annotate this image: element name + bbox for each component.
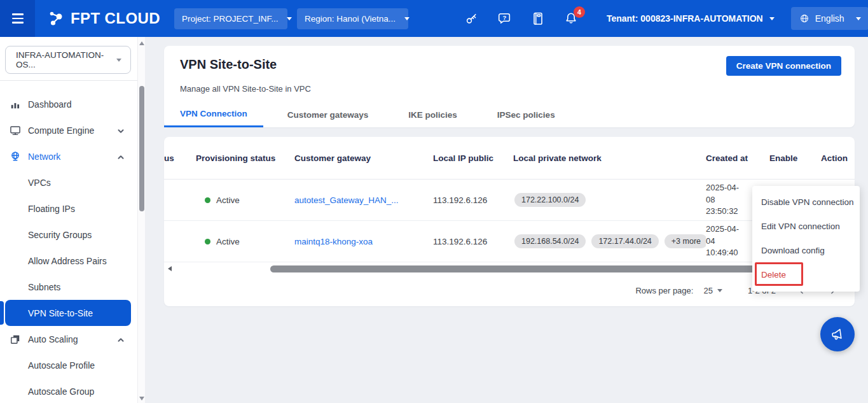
megaphone-icon	[828, 325, 846, 343]
table-body: Activeautotest_Gateway_HAN_...113.192.6.…	[164, 180, 855, 262]
sidebar-item-allow-address-pairs[interactable]: Allow Address Pairs	[5, 248, 131, 274]
project-selector[interactable]: Project: PROJECT_INF...	[174, 8, 287, 29]
tab-bar: VPN ConnectionCustomer gatewaysIKE polic…	[164, 102, 579, 127]
globe-icon	[799, 13, 810, 24]
scroll-up-icon[interactable]	[139, 41, 144, 45]
sidebar-item-network[interactable]: Network	[5, 143, 131, 169]
table-row: Activeautotest_Gateway_HAN_...113.192.6.…	[164, 180, 855, 221]
chevron-down-icon	[404, 17, 410, 20]
support-chat-icon[interactable]: ?	[497, 11, 513, 26]
sidebar: INFRA-AUTOMATION-OS... DashboardCompute …	[0, 37, 145, 403]
sidebar-item-vpcs[interactable]: VPCs	[5, 169, 131, 195]
local-private-network-cell: 192.168.54.0/24172.17.44.0/24+3 more	[513, 234, 706, 248]
chevron-down-icon	[769, 17, 775, 20]
menu-item-delete[interactable]: Delete	[752, 262, 860, 286]
provisioning-status-cell: Active	[196, 237, 294, 246]
provisioning-status-cell: Active	[196, 195, 294, 205]
column-header-local-ip-public: Local IP public	[433, 153, 513, 163]
fpt-cloud-logo: FPT CLOUD	[48, 10, 160, 27]
rows-per-page-label: Rows per page:	[635, 286, 693, 295]
customer-gateway-link[interactable]: autotest_Gateway_HAN_...	[294, 195, 399, 205]
top-header: FPT CLOUD Project: PROJECT_INF... Region…	[0, 0, 868, 37]
page-subtitle: Manage all VPN Site-to-Site in VPC	[180, 84, 311, 94]
chevron-up-icon	[117, 153, 125, 160]
chevron-up-icon	[117, 336, 125, 343]
sidebar-item-compute-engine[interactable]: Compute Engine	[5, 117, 131, 143]
user-guide-icon[interactable]	[530, 11, 546, 26]
row-action-menu: Disable VPN connectionEdit VPN connectio…	[752, 186, 860, 292]
globe-network-icon	[9, 150, 22, 163]
sidebar-item-subnets[interactable]: Subnets	[5, 274, 131, 300]
logo-icon	[48, 10, 65, 27]
tenant-selector[interactable]: Tenant: 000823-INFRA-AUTOMATION	[607, 13, 775, 24]
sidebar-divider	[0, 80, 137, 81]
sidebar-item-auto-scaling[interactable]: Auto Scaling	[5, 326, 131, 352]
network-chip: 172.22.100.0/24	[514, 193, 586, 207]
notifications-icon[interactable]: 4	[563, 11, 579, 26]
column-header-action: Action	[821, 153, 855, 163]
column-header-provisioning-status: Provisioning status	[196, 153, 294, 163]
vpn-table-card: usProvisioning statusCustomer gatewayLoc…	[164, 137, 855, 306]
layers-icon	[9, 333, 22, 346]
table-header-row: usProvisioning statusCustomer gatewayLoc…	[164, 137, 855, 180]
scroll-left-icon[interactable]	[168, 266, 172, 271]
menu-item-edit-vpn-connection[interactable]: Edit VPN connection	[752, 214, 860, 238]
monitor-icon	[9, 124, 22, 137]
sidebar-scrollbar[interactable]	[137, 37, 145, 403]
key-icon[interactable]	[464, 11, 479, 26]
language-selector[interactable]: English	[791, 7, 868, 30]
header-icons: ? 4	[464, 11, 579, 26]
hamburger-menu-icon[interactable]	[0, 0, 35, 37]
logo-text: FPT CLOUD	[71, 10, 160, 27]
horizontal-scrollbar[interactable]	[164, 263, 855, 274]
local-private-network-cell: 172.22.100.0/24	[513, 193, 706, 207]
svg-text:?: ?	[503, 14, 507, 21]
create-vpn-connection-button[interactable]: Create VPN connection	[726, 56, 841, 76]
bar-chart-icon	[9, 98, 22, 111]
customer-gateway-cell: maintq18-khong-xoa	[294, 237, 433, 246]
tab-vpn-connection[interactable]: VPN Connection	[164, 102, 263, 127]
notification-badge: 4	[574, 6, 585, 18]
network-chip: 172.17.44.0/24	[591, 234, 658, 248]
tab-ike-policies[interactable]: IKE policies	[392, 102, 473, 127]
status-active-dot	[205, 197, 210, 203]
customer-gateway-link[interactable]: maintq18-khong-xoa	[294, 237, 373, 246]
sidebar-scroll-thumb[interactable]	[139, 86, 144, 211]
local-ip-cell: 113.192.6.126	[433, 237, 513, 246]
chevron-down-icon	[856, 17, 861, 20]
table-row: Activemaintq18-khong-xoa113.192.6.126192…	[164, 221, 855, 262]
scroll-down-icon[interactable]	[139, 397, 144, 400]
sidebar-item-vpn-site-to-site[interactable]: VPN Site-to-Site	[5, 300, 131, 326]
pagination: Rows per page: 25 1-2 of 2	[164, 274, 855, 306]
sidebar-nav: DashboardCompute EngineNetworkVPCsFloati…	[0, 91, 137, 403]
chevron-down-icon	[117, 127, 125, 134]
sidebar-item-autoscale-profile[interactable]: Autoscale Profile	[5, 352, 131, 378]
tab-customer-gateways[interactable]: Customer gateways	[272, 102, 385, 127]
chevron-down-icon	[717, 289, 722, 292]
page-header-card: VPN Site-to-Site Manage all VPN Site-to-…	[164, 46, 855, 127]
main-content: VPN Site-to-Site Manage all VPN Site-to-…	[145, 37, 868, 403]
customer-gateway-cell: autotest_Gateway_HAN_...	[294, 195, 433, 205]
menu-item-disable-vpn-connection[interactable]: Disable VPN connection	[752, 190, 860, 214]
page-title: VPN Site-to-Site	[180, 57, 277, 72]
sidebar-item-security-groups[interactable]: Security Groups	[5, 222, 131, 248]
column-header-customer-gateway: Customer gateway	[294, 153, 433, 163]
network-chip: +3 more	[665, 234, 706, 248]
column-header-us: us	[164, 153, 196, 163]
region-selector[interactable]: Region: Hanoi (Vietna...	[297, 8, 408, 29]
status-active-dot	[205, 239, 210, 244]
vpc-selector[interactable]: INFRA-AUTOMATION-OS...	[5, 46, 131, 74]
chevron-down-icon	[116, 59, 121, 62]
menu-item-download-config[interactable]: Download config	[752, 238, 860, 262]
column-header-created-at: Created at	[706, 153, 769, 163]
rows-per-page-select[interactable]: 25	[703, 286, 722, 295]
sidebar-item-floating-ips[interactable]: Floating IPs	[5, 195, 131, 222]
local-ip-cell: 113.192.6.126	[433, 195, 513, 205]
network-chip: 192.168.54.0/24	[514, 234, 586, 248]
feedback-fab[interactable]	[820, 317, 855, 351]
sidebar-item-dashboard[interactable]: Dashboard	[5, 91, 131, 117]
tab-ipsec-policies[interactable]: IPSec policies	[481, 102, 571, 127]
chevron-down-icon	[287, 17, 292, 20]
sidebar-item-autoscale-group[interactable]: Autoscale Group	[5, 378, 131, 403]
column-header-enable: Enable	[769, 153, 821, 163]
